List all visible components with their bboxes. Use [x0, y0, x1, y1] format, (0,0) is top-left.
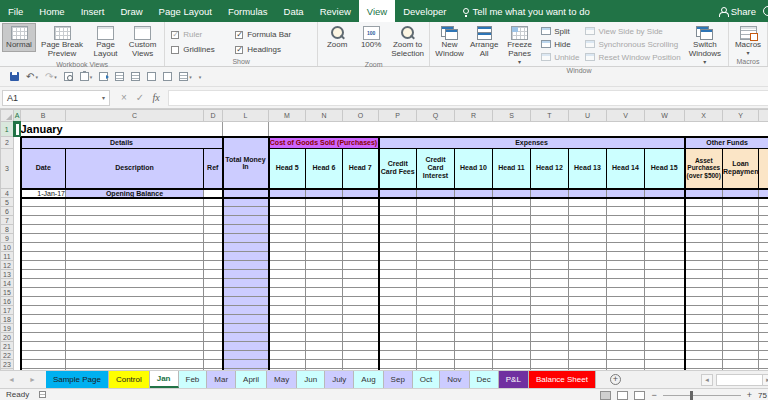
cell[interactable] [607, 270, 645, 279]
cell[interactable] [417, 225, 455, 234]
cell[interactable] [759, 315, 768, 324]
cell[interactable] [66, 306, 204, 315]
column-header-credit-card-interest[interactable]: Credit Card Interest [417, 149, 455, 189]
cell[interactable] [21, 243, 66, 252]
cell[interactable] [21, 270, 66, 279]
scroll-left-button[interactable]: ◄ [701, 374, 713, 386]
sheet-tab-sample-page[interactable]: Sample Page [46, 371, 109, 388]
cell[interactable] [306, 324, 343, 333]
cell[interactable] [223, 225, 269, 234]
column-header-T[interactable]: T [531, 110, 569, 122]
column-header-head-13[interactable]: Head 13 [569, 149, 607, 189]
cell[interactable] [21, 234, 66, 243]
cell[interactable] [645, 252, 685, 261]
cell[interactable] [685, 324, 723, 333]
new-window-button[interactable]: New Window [432, 23, 467, 61]
cell[interactable] [569, 360, 607, 369]
cell[interactable] [269, 243, 306, 252]
cell[interactable] [269, 306, 306, 315]
sheet-tab-april[interactable]: April [236, 371, 267, 388]
view-normal-button[interactable] [600, 391, 611, 400]
view-page-layout-button[interactable] [617, 391, 628, 400]
cell[interactable] [455, 261, 493, 270]
row-header-17[interactable]: 17 [1, 306, 14, 315]
cell[interactable] [645, 243, 685, 252]
formula-bar-checkbox[interactable]: Formula Bar [235, 30, 311, 39]
cell[interactable] [66, 261, 204, 270]
cell[interactable] [379, 315, 417, 324]
cell[interactable] [269, 252, 306, 261]
column-header-Q[interactable]: Q [417, 110, 455, 122]
cell[interactable] [759, 297, 768, 306]
cell[interactable] [21, 225, 66, 234]
merge-cells-button[interactable] [115, 72, 124, 81]
synchronous-scrolling-button[interactable]: Synchronous Scrolling [585, 38, 680, 50]
cell[interactable] [204, 288, 223, 297]
cell[interactable] [723, 198, 759, 207]
row-header-20[interactable]: 20 [1, 333, 14, 342]
cell[interactable] [723, 324, 759, 333]
cell[interactable] [269, 270, 306, 279]
row-header-13[interactable]: 13 [1, 270, 14, 279]
cell[interactable] [607, 306, 645, 315]
cell[interactable] [759, 306, 768, 315]
cell[interactable] [685, 198, 723, 207]
cell[interactable] [343, 297, 379, 306]
cell[interactable] [607, 207, 645, 216]
ribbon-tab-home[interactable]: Home [31, 0, 72, 22]
cell[interactable] [455, 342, 493, 351]
cell[interactable] [417, 216, 455, 225]
cancel-button[interactable]: × [116, 92, 132, 103]
cell[interactable] [14, 216, 21, 225]
cell[interactable] [607, 360, 645, 369]
column-header-credit-card-fees[interactable]: Credit Card Fees [379, 149, 417, 189]
cell[interactable] [455, 306, 493, 315]
normal-view-button[interactable]: Normal [2, 23, 36, 52]
cell[interactable] [204, 189, 223, 198]
cell[interactable] [569, 279, 607, 288]
cell[interactable] [723, 342, 759, 351]
cell[interactable] [493, 243, 531, 252]
cell[interactable] [306, 252, 343, 261]
cell[interactable] [21, 297, 66, 306]
export-button[interactable] [99, 72, 108, 81]
cell[interactable] [269, 333, 306, 342]
cell[interactable] [455, 198, 493, 207]
cell[interactable] [685, 243, 723, 252]
cell[interactable] [455, 216, 493, 225]
cell[interactable] [21, 333, 66, 342]
cell[interactable] [685, 216, 723, 225]
row-header-21[interactable]: 21 [1, 342, 14, 351]
cell[interactable] [66, 270, 204, 279]
cell[interactable] [66, 279, 204, 288]
cell[interactable] [759, 360, 768, 369]
cell[interactable] [569, 288, 607, 297]
cell[interactable] [531, 342, 569, 351]
cell[interactable] [455, 333, 493, 342]
cell[interactable] [306, 342, 343, 351]
cell[interactable] [223, 122, 269, 137]
cell[interactable] [723, 225, 759, 234]
cell[interactable] [645, 297, 685, 306]
cell[interactable] [21, 216, 66, 225]
cell[interactable] [455, 297, 493, 306]
cell[interactable] [269, 207, 306, 216]
cell[interactable] [21, 324, 66, 333]
cell[interactable] [204, 270, 223, 279]
cell[interactable] [204, 342, 223, 351]
cell[interactable] [645, 225, 685, 234]
cell[interactable] [531, 234, 569, 243]
sheet-tab-jan[interactable]: Jan [150, 371, 179, 388]
cell[interactable] [723, 360, 759, 369]
cell[interactable] [204, 306, 223, 315]
cell[interactable] [306, 225, 343, 234]
cell[interactable] [379, 207, 417, 216]
cell[interactable] [569, 297, 607, 306]
view-side-by-side-button[interactable]: View Side by Side [585, 25, 680, 37]
cell[interactable] [759, 225, 768, 234]
column-header-X[interactable]: X [685, 110, 723, 122]
cell[interactable] [645, 270, 685, 279]
cell[interactable] [269, 234, 306, 243]
cell[interactable] [723, 351, 759, 360]
row-header-6[interactable]: 6 [1, 207, 14, 216]
